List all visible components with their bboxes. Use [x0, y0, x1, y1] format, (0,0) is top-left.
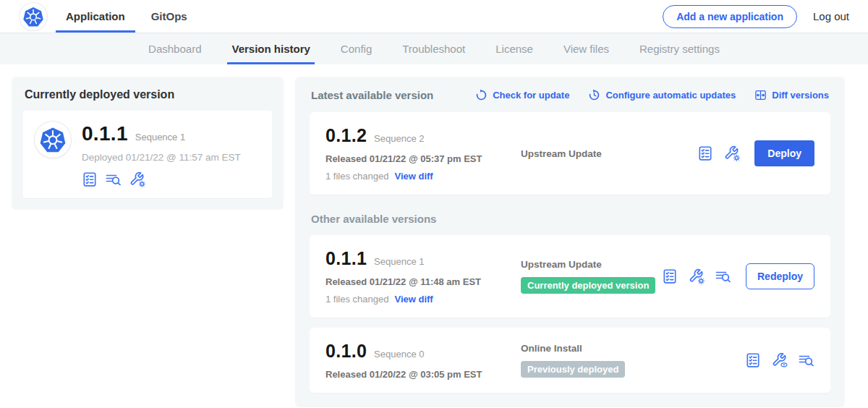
preflight-checks-icon[interactable] [662, 268, 678, 284]
version-source-label: Online Install [521, 343, 745, 354]
subnav-tab-registry-settings[interactable]: Registry settings [638, 33, 721, 64]
deploy-logs-icon[interactable] [799, 352, 814, 368]
latest-available-heading: Latest available version [311, 89, 433, 101]
view-diff-link[interactable]: View diff [394, 171, 433, 182]
released-timestamp: Released 01/20/22 @ 03:05 pm EST [326, 369, 508, 380]
subnav-tab-troubleshoot[interactable]: Troubleshoot [401, 33, 467, 64]
version-row-0-1-1: 0.1.1 Sequence 1 Released 01/21/22 @ 11:… [310, 235, 830, 318]
deploy-logs-icon[interactable] [715, 268, 731, 284]
version-number: 0.1.1 [326, 248, 367, 269]
released-timestamp: Released 01/21/22 @ 11:48 am EST [326, 276, 508, 287]
previously-deployed-badge: Previously deployed [521, 361, 625, 378]
version-row-0-1-2: 0.1.2 Sequence 2 Released 01/21/22 @ 05:… [310, 112, 830, 195]
subnav-tab-dashboard[interactable]: Dashboard [147, 33, 203, 64]
app-logo [20, 3, 47, 30]
add-application-button[interactable]: Add a new application [663, 5, 797, 28]
kubernetes-logo-icon [22, 6, 44, 27]
subnav-tab-config[interactable]: Config [339, 33, 373, 64]
versions-panel: Latest available version Check for updat… [295, 77, 845, 407]
version-row-0-1-0: 0.1.0 Sequence 0 Released 01/20/22 @ 03:… [310, 328, 830, 393]
sequence-label: Sequence 2 [374, 133, 424, 144]
redeploy-button[interactable]: Redeploy [746, 263, 814, 289]
subnav-tab-license[interactable]: License [494, 33, 535, 64]
subnav-tab-view-files[interactable]: View files [562, 33, 610, 64]
header-actions: Add a new application Log out [663, 5, 868, 28]
currently-deployed-badge: Currently deployed version [521, 277, 655, 294]
released-timestamp: Released 01/21/22 @ 05:37 pm EST [326, 153, 508, 164]
deployed-timestamp: Deployed 01/21/22 @ 11:57 am EST [82, 152, 241, 163]
sequence-label: Sequence 0 [374, 349, 424, 360]
schedule-update-icon [588, 89, 600, 101]
deployed-version-card: 0.1.1 Sequence 1 Deployed 01/21/22 @ 11:… [23, 111, 272, 198]
diff-versions-label: Diff versions [772, 90, 829, 101]
check-for-update-label: Check for update [493, 90, 569, 101]
view-diff-link[interactable]: View diff [394, 294, 433, 305]
other-versions-heading: Other available versions [311, 213, 829, 225]
preflight-checks-icon[interactable] [697, 145, 713, 161]
deployed-sequence-label: Sequence 1 [135, 132, 185, 143]
header-tabs: Application GitOps [56, 0, 197, 33]
version-number: 0.1.2 [326, 125, 367, 146]
kubernetes-logo-icon [39, 126, 67, 153]
sequence-label: Sequence 1 [374, 256, 424, 267]
preflight-checks-icon[interactable] [745, 352, 761, 368]
config-edit-icon[interactable] [724, 145, 740, 161]
check-for-update-link[interactable]: Check for update [475, 89, 569, 101]
refresh-icon [475, 89, 488, 101]
tab-application[interactable]: Application [56, 0, 135, 33]
configure-automatic-updates-link[interactable]: Configure automatic updates [588, 89, 736, 101]
deployed-version-number: 0.1.1 [82, 122, 128, 145]
config-view-icon[interactable] [772, 352, 788, 368]
tab-gitops[interactable]: GitOps [141, 0, 197, 33]
subnav-tab-version-history[interactable]: Version history [230, 33, 311, 64]
diff-versions-link[interactable]: Diff versions [754, 89, 829, 101]
currently-deployed-card: Currently deployed version 0.1.1 Sequenc… [12, 77, 284, 210]
diff-icon [754, 89, 767, 101]
currently-deployed-title: Currently deployed version [25, 88, 272, 101]
version-source-label: Upstream Update [521, 259, 662, 270]
config-edit-icon[interactable] [689, 268, 705, 284]
main-content: Currently deployed version 0.1.1 Sequenc… [0, 64, 868, 407]
app-subnav: Dashboard Version history Config Trouble… [0, 33, 868, 64]
deployed-app-logo [35, 122, 71, 158]
deploy-button[interactable]: Deploy [754, 140, 814, 166]
files-changed-label: 1 files changed [326, 171, 388, 182]
version-number: 0.1.0 [326, 341, 367, 362]
top-header: Application GitOps Add a new application… [0, 0, 868, 33]
version-source-label: Upstream Update [521, 148, 697, 159]
files-changed-label: 1 files changed [326, 294, 388, 305]
configure-automatic-updates-label: Configure automatic updates [605, 90, 736, 101]
preflight-checks-icon[interactable] [82, 171, 98, 187]
deploy-logs-icon[interactable] [106, 171, 122, 187]
logout-button[interactable]: Log out [813, 10, 849, 22]
config-edit-icon[interactable] [129, 171, 145, 187]
